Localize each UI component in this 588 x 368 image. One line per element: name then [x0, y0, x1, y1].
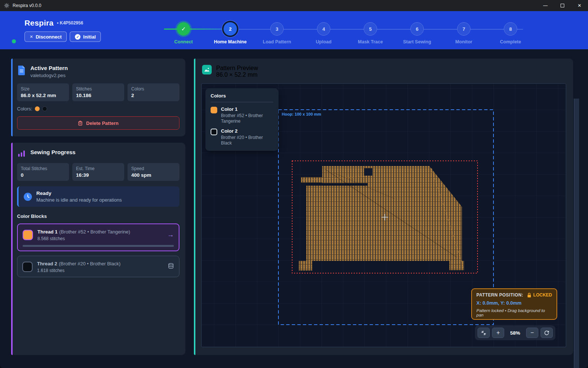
reset-view-button[interactable]: [541, 328, 553, 338]
pattern-position-overlay: PATTERN POSITION: LOCKED X: 0.0mm, Y: 0.…: [471, 288, 557, 320]
status-description: Machine is idle and ready for operations: [36, 197, 122, 203]
thread-block-1[interactable]: Thread 1 (Brother #52 • Brother Tangerin…: [17, 223, 179, 251]
app-name: Respira: [24, 19, 53, 27]
maximize-button[interactable]: [554, 0, 571, 11]
pan-hint: Pattern locked • Drag background to pan: [476, 308, 552, 317]
colors-legend: Colors Color 1 Brother #52 • Brother Tan…: [205, 88, 278, 151]
check-icon: ✓: [177, 22, 190, 36]
legend-swatch-black: [211, 129, 217, 135]
fit-view-button[interactable]: [478, 328, 490, 338]
workflow-stepper: ✓ Connect 2 Home Machine 3 Load Pattern …: [160, 11, 535, 49]
pattern-filename: valetudogv2.pes: [30, 73, 68, 78]
minimize-button[interactable]: —: [537, 0, 554, 11]
legend-item-color2: Color 2 Brother #20 • Brother Black: [211, 128, 273, 146]
zoom-controls: + 58% −: [475, 325, 555, 340]
step-monitor[interactable]: 7 Monitor: [440, 11, 487, 44]
pattern-coordinates: X: 0.0mm, Y: 0.0mm: [476, 300, 552, 306]
window-title: Respira v0.0.0: [13, 3, 41, 8]
stat-est-time: Est. Time 16:39: [72, 163, 124, 181]
bar-chart-icon: [17, 149, 26, 158]
locked-badge: LOCKED: [533, 292, 552, 298]
machine-serial: • K4P502956: [57, 20, 83, 26]
layers-icon: [168, 263, 174, 271]
file-icon: [17, 65, 26, 75]
step-load-pattern[interactable]: 3 Load Pattern: [254, 11, 300, 44]
thread-swatch: [23, 230, 33, 240]
embroidery-pattern: [299, 166, 464, 271]
main-content: Active Pattern valetudogv2.pes Size 86.0…: [0, 49, 588, 368]
arrow-right-icon: →: [167, 231, 174, 239]
color-blocks-label: Color Blocks: [17, 213, 179, 219]
legend-swatch-orange: [211, 107, 217, 113]
disconnect-button[interactable]: ✕ Disconnect: [24, 32, 67, 42]
card-title: Active Pattern: [30, 65, 68, 71]
close-button[interactable]: ✕: [571, 0, 588, 11]
refresh-icon: [544, 330, 549, 336]
stat-colors: Colors 2: [128, 83, 179, 101]
step-mask-trace[interactable]: 5 Mask Trace: [347, 11, 394, 44]
card-accent: [11, 143, 13, 355]
trash-icon: [78, 120, 83, 126]
fit-view-icon: [481, 330, 486, 336]
step-complete[interactable]: 8 Complete: [487, 11, 534, 44]
colors-label: Colors:: [17, 106, 32, 112]
sewing-progress-card: Sewing Progress Total Stitches 0 Est. Ti…: [11, 143, 185, 355]
stat-speed: Speed 400 spm: [128, 163, 179, 181]
color-swatch-black: [42, 106, 47, 111]
zoom-out-button[interactable]: −: [526, 328, 538, 338]
card-title: Pattern Preview: [216, 65, 258, 72]
legend-item-color1: Color 1 Brother #52 • Brother Tangerine: [211, 106, 273, 124]
scrollbar[interactable]: [574, 99, 579, 368]
maximize-icon: [561, 4, 564, 7]
thread-swatch: [22, 262, 33, 272]
delete-pattern-button[interactable]: Delete Pattern: [17, 116, 179, 130]
status-title: Ready: [36, 190, 122, 196]
preview-canvas[interactable]: Hoop: 100 x 100 mm Colors Color 1 Brothe…: [201, 83, 566, 347]
thread-block-2[interactable]: Thread 2 (Brother #20 • Brother Black) 1…: [17, 256, 179, 277]
clock-icon: [24, 193, 32, 201]
zoom-level: 58%: [506, 330, 524, 336]
hoop-size-label: Hoop: 100 x 100 mm: [282, 112, 321, 116]
titlebar: Respira v0.0.0 — ✕: [0, 0, 588, 11]
stat-stitches: Stitches 10.186: [72, 83, 124, 101]
step-connect[interactable]: ✓ Connect: [160, 11, 207, 44]
step-home-machine[interactable]: 2 Home Machine: [207, 11, 254, 44]
app-window: Respira v0.0.0 — ✕ Respira • K4P502956 ✕…: [0, 0, 588, 368]
pattern-dimensions: 86.0 × 52.2 mm: [216, 72, 258, 78]
app-icon: [4, 3, 10, 9]
initial-button[interactable]: ✓ Initial: [70, 32, 101, 42]
stat-total-stitches: Total Stitches 0: [17, 163, 69, 181]
pattern-preview-card: Pattern Preview 86.0 × 52.2 mm: [194, 59, 573, 355]
zoom-in-button[interactable]: +: [492, 328, 504, 338]
lock-icon: [527, 293, 531, 298]
step-start-sewing[interactable]: 6 Start Sewing: [394, 11, 440, 44]
header: Respira • K4P502956 ✕ Disconnect ✓ Initi…: [0, 11, 588, 49]
image-icon: [202, 65, 212, 74]
active-pattern-card: Active Pattern valetudogv2.pes Size 86.0…: [11, 59, 185, 136]
card-accent: [11, 59, 13, 136]
close-icon: ✕: [30, 34, 33, 39]
color-swatch-orange: [35, 106, 40, 111]
thread-progress-bar: [23, 245, 174, 247]
connection-status-dot: [12, 39, 16, 43]
stat-size: Size 86.0 x 52.2 mm: [17, 83, 69, 101]
card-title: Sewing Progress: [30, 149, 76, 155]
check-circle-icon: ✓: [75, 34, 80, 40]
card-accent: [194, 59, 195, 355]
step-upload[interactable]: 4 Upload: [300, 11, 347, 44]
machine-status-banner: Ready Machine is idle and ready for oper…: [17, 186, 179, 207]
